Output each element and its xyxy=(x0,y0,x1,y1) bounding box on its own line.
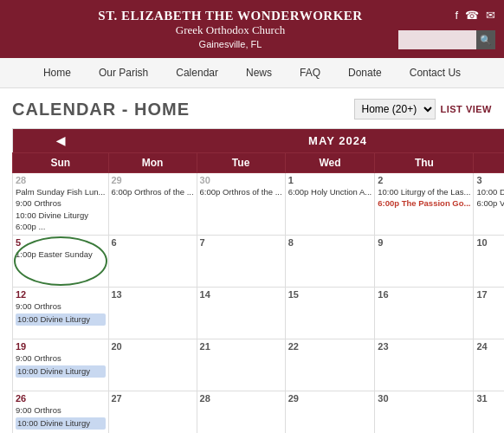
nav-news[interactable]: News xyxy=(232,58,286,87)
calendar-day-cell[interactable]: 199:00 Orthros10:00 Divine Liturgy xyxy=(13,339,109,391)
calendar-event[interactable]: 10:00 Decorate the To... xyxy=(476,187,504,197)
search-bar: 🔍 xyxy=(398,30,495,49)
calendar-day-cell[interactable]: 27 xyxy=(108,391,197,433)
month-year-label: MAY 2024 xyxy=(108,129,504,153)
site-header: St. Elizabeth the Wonderworker Greek Ort… xyxy=(0,0,504,58)
day-number: 21 xyxy=(200,341,282,352)
calendar-day-cell[interactable]: 7 xyxy=(197,236,285,288)
calendar-day-cell[interactable]: 129:00 Orthros10:00 Divine Liturgy xyxy=(13,288,109,339)
calendar-day-cell[interactable]: 10 xyxy=(474,236,504,288)
calendar-week-row: 199:00 Orthros10:00 Divine Liturgy202122… xyxy=(13,339,505,391)
day-number: 27 xyxy=(112,393,194,404)
day-number: 17 xyxy=(476,289,504,300)
calendar-day-cell[interactable]: 28Palm Sunday Fish Lun...9:00 Orthros10:… xyxy=(13,173,109,236)
calendar-day-cell[interactable]: 23 xyxy=(375,339,474,391)
nav-contact-us[interactable]: Contact Us xyxy=(396,58,475,87)
calendar-wrapper: CALENDAR - HOME Home (20+) LIST VIEW ◀ M… xyxy=(0,88,504,433)
day-name-tue: Tue xyxy=(197,153,285,173)
day-number: 30 xyxy=(378,393,470,404)
calendar-event[interactable]: 6:00p Orthros of the ... xyxy=(200,187,282,197)
day-number: 15 xyxy=(288,289,372,300)
calendar-day-cell[interactable]: 14 xyxy=(197,288,285,339)
calendar-day-cell[interactable]: 24 xyxy=(474,339,504,391)
calendar-day-cell[interactable]: 31 xyxy=(474,391,504,433)
calendar-event[interactable]: 10:00 Divine Liturgy xyxy=(16,417,106,430)
search-button[interactable]: 🔍 xyxy=(476,30,495,49)
calendar-day-cell[interactable]: 13 xyxy=(108,288,197,339)
calendar-day-cell[interactable]: 15 xyxy=(285,288,375,339)
calendar-event[interactable]: Palm Sunday Fish Lun... xyxy=(16,187,106,197)
calendar-event[interactable]: 1:00p Easter Sunday xyxy=(16,249,106,260)
calendar-event[interactable]: 9:00 Orthros xyxy=(16,353,106,364)
prev-month-button[interactable]: ◀ xyxy=(13,129,109,153)
calendar-day-cell[interactable]: 21 xyxy=(197,339,285,391)
day-number: 16 xyxy=(378,289,470,300)
day-number: 1 xyxy=(288,175,372,185)
day-number: 7 xyxy=(200,237,282,248)
day-number: 10 xyxy=(476,237,504,248)
calendar-day-cell[interactable]: 28 xyxy=(197,391,285,433)
church-name-line1: St. Elizabeth the Wonderworker xyxy=(9,9,452,23)
calendar-week-row: 129:00 Orthros10:00 Divine Liturgy131415… xyxy=(13,288,505,339)
calendar-event[interactable]: 10:00 Liturgy of the Las... xyxy=(378,187,470,197)
calendar-week-row: 51:00p Easter Sunday67891011 xyxy=(13,236,505,288)
calendar-day-cell[interactable]: 310:00 Decorate the To...6:00p Vespers R… xyxy=(474,173,504,236)
calendar-day-cell[interactable]: 29 xyxy=(285,391,375,433)
day-number: 31 xyxy=(476,393,504,404)
calendar-event[interactable]: 10:00 Divine Liturgy xyxy=(16,313,106,326)
nav-our-parish[interactable]: Our Parish xyxy=(85,58,162,87)
calendar-day-cell[interactable]: 22 xyxy=(285,339,375,391)
calendar-week-row: 269:00 Orthros10:00 Divine Liturgy272829… xyxy=(13,391,505,433)
calendar-event[interactable]: 6:00p Holy Unction A... xyxy=(288,187,372,197)
day-number: 28 xyxy=(16,175,106,185)
calendar-event[interactable]: 6:00p Orthros of the ... xyxy=(112,187,194,197)
phone-icon[interactable]: ☎ xyxy=(465,9,479,22)
facebook-icon[interactable]: f xyxy=(455,9,458,22)
email-icon[interactable]: ✉ xyxy=(486,9,495,22)
calendar-day-cell[interactable]: 6 xyxy=(108,236,197,288)
day-number: 29 xyxy=(112,175,194,185)
nav-calendar[interactable]: Calendar xyxy=(162,58,232,87)
day-number: 12 xyxy=(16,289,106,300)
nav-home[interactable]: Home xyxy=(29,58,85,87)
calendar-day-cell[interactable]: 8 xyxy=(285,236,375,288)
calendar-day-cell[interactable]: 51:00p Easter Sunday xyxy=(13,236,109,288)
day-number: 23 xyxy=(378,341,470,352)
calendar-day-cell[interactable]: 9 xyxy=(375,236,474,288)
day-name-wed: Wed xyxy=(285,153,375,173)
search-input[interactable] xyxy=(398,30,476,49)
main-nav: Home Our Parish Calendar News FAQ Donate… xyxy=(0,58,504,88)
day-number: 28 xyxy=(200,393,282,404)
calendar-event[interactable]: 6:00p ... xyxy=(16,222,106,232)
calendar-day-cell[interactable]: 20 xyxy=(108,339,197,391)
calendar-event[interactable]: 10:00 Divine Liturgy xyxy=(16,210,106,221)
day-number: 29 xyxy=(288,393,372,404)
day-name-sun: Sun xyxy=(13,153,109,173)
calendar-day-cell[interactable]: 30 xyxy=(375,391,474,433)
calendar-event[interactable]: 10:00 Divine Liturgy xyxy=(16,365,106,378)
day-name-mon: Mon xyxy=(108,153,197,173)
calendar-day-cell[interactable]: 296:00p Orthros of the ... xyxy=(108,173,197,236)
calendar-event[interactable]: 9:00 Orthros xyxy=(16,405,106,416)
nav-faq[interactable]: FAQ xyxy=(286,58,334,87)
social-icons: f ☎ ✉ xyxy=(455,9,495,22)
day-number: 26 xyxy=(16,393,106,404)
day-number: 30 xyxy=(200,175,282,185)
calendar-event[interactable]: 9:00 Orthros xyxy=(16,301,106,312)
calendar-day-cell[interactable]: 17 xyxy=(474,288,504,339)
calendar-day-cell[interactable]: 269:00 Orthros10:00 Divine Liturgy xyxy=(13,391,109,433)
church-location: Gainesville, FL xyxy=(9,39,452,49)
day-number: 14 xyxy=(200,289,282,300)
day-number: 9 xyxy=(378,237,470,248)
calendar-event[interactable]: 6:00p The Passion Go... xyxy=(378,198,470,209)
calendar-day-cell[interactable]: 306:00p Orthros of the ... xyxy=(197,173,285,236)
view-dropdown[interactable]: Home (20+) xyxy=(354,99,436,120)
calendar-event[interactable]: 9:00 Orthros xyxy=(16,198,106,209)
calendar-event[interactable]: 6:00p Vespers Remov... xyxy=(476,198,504,209)
day-number: 20 xyxy=(112,341,194,352)
calendar-day-cell[interactable]: 16 xyxy=(375,288,474,339)
calendar-day-cell[interactable]: 16:00p Holy Unction A... xyxy=(285,173,375,236)
list-view-button[interactable]: LIST VIEW xyxy=(441,104,493,114)
calendar-day-cell[interactable]: 210:00 Liturgy of the Las...6:00p The Pa… xyxy=(375,173,474,236)
nav-donate[interactable]: Donate xyxy=(334,58,396,87)
